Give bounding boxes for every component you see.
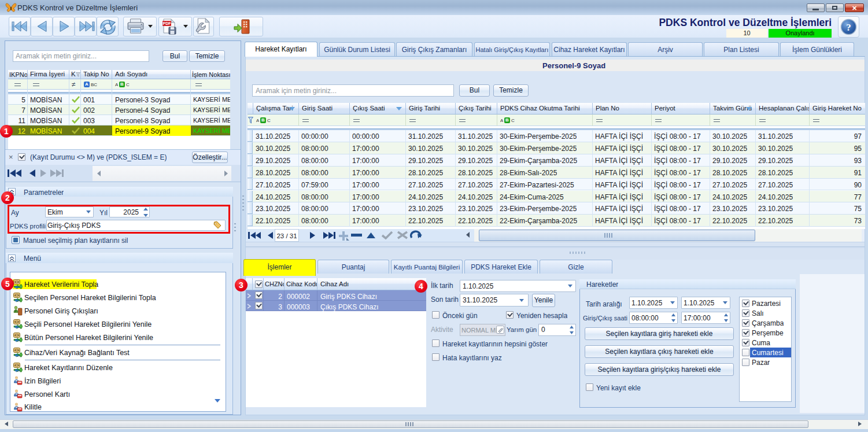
svg-text:PDF: PDF [163,21,172,25]
svg-text:?: ? [846,22,851,33]
